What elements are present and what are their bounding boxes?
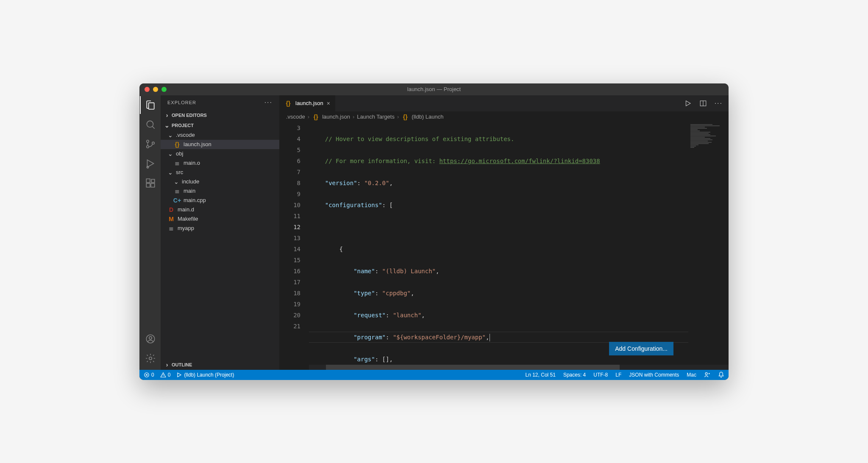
- extensions-icon[interactable]: [145, 177, 156, 189]
- status-eol[interactable]: LF: [615, 372, 621, 378]
- tree-file-myapp[interactable]: ≣ myapp: [161, 224, 279, 233]
- line-number: 14: [279, 244, 300, 255]
- chevron-down-icon: ⌄: [167, 169, 173, 176]
- breadcrumb-item[interactable]: Launch Targets: [357, 114, 395, 120]
- file-icon: ≣: [173, 160, 181, 166]
- line-number: 19: [279, 299, 300, 310]
- status-errors[interactable]: 0: [144, 372, 154, 378]
- line-number: 13: [279, 233, 300, 244]
- svg-point-1: [147, 140, 149, 142]
- tree-file-main-cpp[interactable]: C+ main.cpp: [161, 196, 279, 205]
- status-os[interactable]: Mac: [687, 372, 696, 378]
- tab-close-icon[interactable]: ×: [327, 100, 330, 107]
- minimize-window-button[interactable]: [153, 87, 158, 92]
- makefile-icon: M: [167, 216, 175, 222]
- line-number: 11: [279, 211, 300, 222]
- svg-point-14: [705, 373, 707, 375]
- outline-section[interactable]: › OUTLINE: [161, 360, 279, 370]
- settings-gear-icon[interactable]: [145, 353, 156, 364]
- tree-folder-obj[interactable]: ⌄ obj: [161, 149, 279, 158]
- close-window-button[interactable]: [145, 87, 150, 92]
- add-configuration-button[interactable]: Add Configuration...: [609, 342, 673, 355]
- chevron-down-icon: ⌄: [173, 178, 179, 185]
- line-number: 7: [279, 166, 300, 177]
- line-number: 16: [279, 266, 300, 277]
- svg-rect-6: [146, 183, 150, 187]
- breadcrumbs[interactable]: .vscode › {} launch.json › Launch Target…: [279, 111, 729, 122]
- svg-point-10: [149, 336, 152, 339]
- line-number: 18: [279, 288, 300, 299]
- notifications-icon[interactable]: [718, 372, 724, 378]
- cpp-file-icon: C+: [173, 197, 181, 204]
- titlebar: launch.json — Project: [139, 83, 729, 95]
- run-icon[interactable]: [684, 100, 692, 107]
- status-indentation[interactable]: Spaces: 4: [563, 372, 586, 378]
- file-icon: ≣: [167, 225, 175, 232]
- json-file-icon: {}: [173, 141, 181, 148]
- feedback-icon[interactable]: [704, 372, 710, 378]
- line-number: 15: [279, 255, 300, 266]
- traffic-lights: [139, 87, 167, 92]
- line-number: 20: [279, 310, 300, 321]
- tab-launch-json[interactable]: {} launch.json ×: [279, 95, 336, 111]
- code-area[interactable]: // Hover to view descriptions of existin…: [309, 122, 729, 365]
- editor[interactable]: 3456789101112131415161718192021 // Hover…: [279, 122, 729, 365]
- account-icon[interactable]: [145, 333, 156, 344]
- tree-folder-src[interactable]: ⌄ src: [161, 168, 279, 177]
- search-icon[interactable]: [145, 119, 156, 130]
- vscode-window: launch.json — Project: [139, 83, 729, 380]
- split-editor-icon[interactable]: [699, 100, 707, 107]
- sidebar-title: EXPLORER: [167, 100, 196, 105]
- sidebar: EXPLORER ··· › OPEN EDITORS ⌄ PROJECT ⌄ …: [161, 95, 279, 370]
- tab-bar: {} launch.json × ···: [279, 95, 729, 111]
- status-encoding[interactable]: UTF-8: [593, 372, 608, 378]
- json-file-icon: {}: [284, 100, 292, 107]
- chevron-right-icon: ›: [164, 112, 170, 119]
- explorer-icon[interactable]: [145, 100, 156, 111]
- breadcrumb-item[interactable]: (lldb) Launch: [412, 114, 443, 120]
- status-cursor-position[interactable]: Ln 12, Col 51: [526, 372, 556, 378]
- line-number: 17: [279, 277, 300, 288]
- activity-bar: [139, 95, 161, 370]
- source-control-icon[interactable]: [145, 139, 156, 150]
- line-number: 10: [279, 200, 300, 211]
- tab-label: launch.json: [295, 100, 323, 106]
- svg-point-11: [149, 357, 152, 360]
- line-number: 6: [279, 155, 300, 166]
- line-number: 21: [279, 321, 300, 332]
- json-file-icon: {}: [401, 114, 409, 120]
- tree-file-main-d[interactable]: D main.d: [161, 205, 279, 214]
- line-number: 3: [279, 122, 300, 133]
- status-bar: 0 0 (lldb) Launch (Project) Ln 12, Col 5…: [139, 370, 729, 380]
- breadcrumb-item[interactable]: .vscode: [286, 114, 305, 120]
- status-language[interactable]: JSON with Comments: [629, 372, 679, 378]
- tree-folder-vscode[interactable]: ⌄ .vscode: [161, 130, 279, 140]
- body-area: EXPLORER ··· › OPEN EDITORS ⌄ PROJECT ⌄ …: [139, 95, 729, 370]
- line-number: 12: [279, 222, 300, 233]
- svg-rect-7: [151, 183, 155, 187]
- maximize-window-button[interactable]: [161, 87, 167, 92]
- line-number: 5: [279, 144, 300, 155]
- more-actions-icon[interactable]: ···: [715, 100, 723, 107]
- svg-point-0: [147, 121, 153, 127]
- editor-group: {} launch.json × ··· .vscode › {} launch…: [279, 95, 729, 370]
- tree-file-main-o[interactable]: ≣ main.o: [161, 158, 279, 168]
- line-number: 9: [279, 189, 300, 200]
- tree-file-launch-json[interactable]: {} launch.json: [161, 140, 279, 149]
- line-number: 4: [279, 133, 300, 144]
- sidebar-more-icon[interactable]: ···: [264, 99, 273, 106]
- status-warnings[interactable]: 0: [160, 372, 171, 378]
- tree-folder-include[interactable]: ⌄ include: [161, 177, 279, 186]
- line-number-gutter: 3456789101112131415161718192021: [279, 122, 309, 365]
- open-editors-section[interactable]: › OPEN EDITORS: [161, 110, 279, 120]
- project-section[interactable]: ⌄ PROJECT: [161, 120, 279, 130]
- minimap[interactable]: [688, 122, 729, 365]
- tab-actions: ···: [684, 95, 729, 111]
- tree-file-main[interactable]: ≣ main: [161, 186, 279, 196]
- breadcrumb-item[interactable]: launch.json: [322, 114, 350, 120]
- tree-file-makefile[interactable]: M Makefile: [161, 214, 279, 224]
- horizontal-scrollbar[interactable]: [309, 365, 729, 370]
- status-launch-target[interactable]: (lldb) Launch (Project): [176, 372, 234, 378]
- run-debug-icon[interactable]: [145, 158, 156, 169]
- chevron-right-icon: ›: [308, 114, 309, 120]
